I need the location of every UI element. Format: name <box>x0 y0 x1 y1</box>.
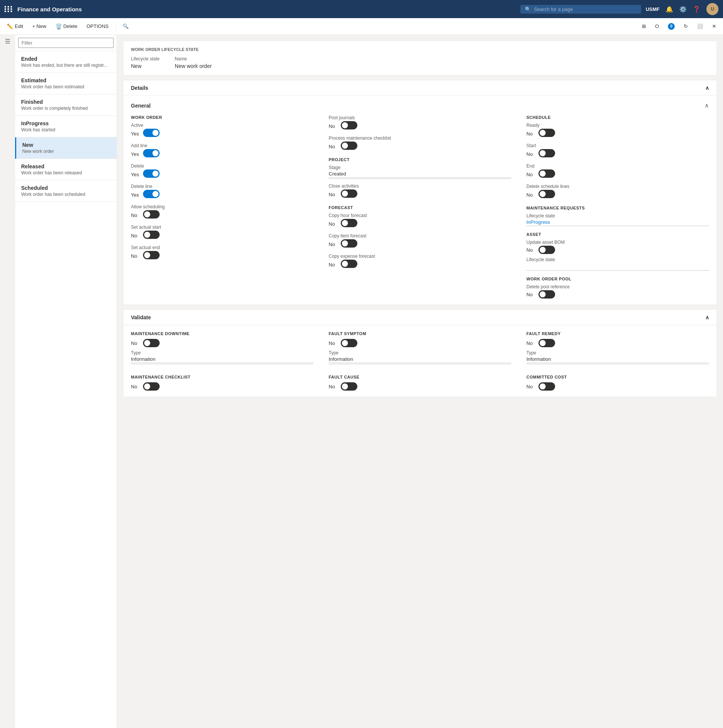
office-icon[interactable]: O <box>651 21 663 31</box>
close-activities-field: Close activities No <box>329 183 511 199</box>
refresh-button[interactable]: ↻ <box>680 21 692 31</box>
help-icon[interactable]: ❓ <box>693 6 700 13</box>
sidebar-item-new[interactable]: New New work order <box>15 137 117 159</box>
details-section-header[interactable]: Details ∧ <box>123 80 717 96</box>
delete-toggle[interactable] <box>143 169 160 178</box>
delete-schedule-lines-toggle[interactable] <box>538 190 555 198</box>
search-filter-button[interactable]: 🔍 <box>119 21 132 31</box>
active-value: Yes <box>131 131 140 137</box>
new-button[interactable]: + New <box>28 21 50 31</box>
lifecycle-state-value: New <box>131 63 160 69</box>
copy-hour-forecast-toggle[interactable] <box>341 219 357 227</box>
mr-lifecycle-label: Lifecycle state <box>526 213 709 219</box>
user-avatar[interactable]: U <box>706 3 718 15</box>
committed-cost-toggle[interactable] <box>538 382 555 391</box>
process-mc-toggle[interactable] <box>341 142 357 150</box>
fault-symptom-toggle-row: No <box>329 339 511 347</box>
mr-lifecycle-value[interactable]: InProgress <box>526 219 709 226</box>
sidebar-item-scheduled[interactable]: Scheduled Work order has been scheduled <box>15 180 117 202</box>
update-asset-bom-value: No <box>526 247 535 253</box>
active-toggle[interactable] <box>143 129 160 137</box>
committed-cost-toggle-row: No <box>526 382 709 391</box>
global-search-input[interactable] <box>534 6 637 12</box>
view-toggle[interactable]: ⊞ <box>638 21 650 31</box>
update-asset-bom-row: No <box>526 246 709 254</box>
forecast-label: FORECAST <box>329 205 511 210</box>
process-mc-field: Process maintenance checklist No <box>329 135 511 151</box>
general-grid: WORK ORDER Active Yes <box>131 115 709 299</box>
fault-symptom-toggle[interactable] <box>341 339 357 347</box>
global-search[interactable]: 🔍 <box>520 5 641 14</box>
general-chevron: ∧ <box>705 102 709 109</box>
edit-button[interactable]: ✏️ Edit <box>3 21 27 32</box>
post-journals-toggle[interactable] <box>341 121 357 129</box>
notification-badge[interactable]: 0 <box>664 21 678 32</box>
options-button[interactable]: OPTIONS <box>83 21 112 31</box>
schedule-label: SCHEDULE <box>526 115 709 120</box>
work-order-pool-subsection: WORK ORDER POOL Delete pool reference No <box>526 277 709 299</box>
copy-item-forecast-toggle[interactable] <box>341 239 357 248</box>
fault-symptom-value: No <box>329 340 338 346</box>
notification-bell[interactable]: 🔔 <box>666 6 673 13</box>
stage-value: Created <box>329 171 511 178</box>
validate-chevron: ∧ <box>705 314 709 320</box>
committed-cost-label: COMMITTED COST <box>526 375 709 379</box>
delete-pool-ref-toggle[interactable] <box>538 290 555 299</box>
fault-cause-toggle[interactable] <box>341 382 357 391</box>
validate-section: Validate ∧ MAINTENANCE DOWNTIME No <box>123 309 717 397</box>
end-toggle[interactable] <box>538 169 555 178</box>
allow-scheduling-toggle[interactable] <box>143 210 160 219</box>
org-label: USMF <box>646 6 660 12</box>
fault-cause-label: FAULT CAUSE <box>329 375 511 379</box>
delete-pool-ref-label: Delete pool reference <box>526 284 709 289</box>
close-button[interactable]: ✕ <box>708 21 720 31</box>
set-actual-end-toggle[interactable] <box>143 251 160 259</box>
maintenance-checklist-label: MAINTENANCE CHECKLIST <box>131 375 314 379</box>
ready-toggle[interactable] <box>538 129 555 137</box>
add-line-toggle[interactable] <box>143 149 160 157</box>
sidebar-item-finished[interactable]: Finished Work order is completely finish… <box>15 94 117 116</box>
maximize-button[interactable]: ⬜ <box>693 21 707 31</box>
post-journals-field: Post journals No <box>329 115 511 131</box>
sidebar-item-released[interactable]: Released Work order has been released <box>15 159 117 180</box>
sidebar-item-desc-ended: Work has ended, but there are still regi… <box>21 63 111 68</box>
header-fields: Lifecycle state New Name New work order <box>131 56 709 69</box>
maintenance-downtime-toggle[interactable] <box>143 339 160 347</box>
copy-expense-forecast-toggle[interactable] <box>341 260 357 268</box>
filter-icon[interactable]: ☰ <box>5 38 10 45</box>
name-label: Name <box>175 56 212 62</box>
fault-remedy-toggle[interactable] <box>538 339 555 347</box>
asset-lifecycle-value <box>526 263 709 271</box>
filter-sidebar-toggle[interactable]: ☰ <box>0 35 15 728</box>
fault-remedy-value: No <box>526 340 535 346</box>
filter-input[interactable] <box>18 38 114 48</box>
copy-expense-forecast-field: Copy expense forecast No <box>329 254 511 269</box>
delete-line-toggle[interactable] <box>143 190 160 198</box>
committed-cost-value: No <box>526 384 535 389</box>
sidebar-item-inprogress[interactable]: InProgress Work has started <box>15 116 117 137</box>
delete-button[interactable]: 🗑️ Delete <box>52 21 82 32</box>
fs-type-label: Type <box>329 350 511 356</box>
delete-pool-ref-value: No <box>526 292 535 297</box>
sidebar-item-ended[interactable]: Ended Work has ended, but there are stil… <box>15 51 117 73</box>
active-label: Active <box>131 123 314 128</box>
fault-cause-col: FAULT CAUSE No <box>329 375 511 391</box>
validate-label: Validate <box>131 314 151 320</box>
ready-label: Ready <box>526 123 709 128</box>
start-toggle[interactable] <box>538 149 555 157</box>
waffle-menu[interactable] <box>5 6 13 12</box>
sidebar-item-name-scheduled: Scheduled <box>21 185 111 191</box>
validate-section-header[interactable]: Validate ∧ <box>123 310 717 325</box>
sidebar-item-desc-finished: Work order is completely finished <box>21 106 111 111</box>
close-activities-toggle[interactable] <box>341 189 357 198</box>
maintenance-checklist-toggle[interactable] <box>143 382 160 391</box>
set-actual-start-toggle[interactable] <box>143 231 160 239</box>
md-type-label: Type <box>131 350 314 356</box>
md-type-field: Type Information <box>131 350 314 364</box>
settings-icon[interactable]: ⚙️ <box>679 6 687 13</box>
update-asset-bom-toggle[interactable] <box>538 246 555 254</box>
command-bar: ✏️ Edit + New 🗑️ Delete OPTIONS 🔍 ⊞ O 0 … <box>0 18 723 35</box>
sidebar-filter[interactable] <box>15 35 117 51</box>
sidebar-item-estimated[interactable]: Estimated Work order has been estimated <box>15 73 117 94</box>
work-order-pool-label: WORK ORDER POOL <box>526 277 709 281</box>
